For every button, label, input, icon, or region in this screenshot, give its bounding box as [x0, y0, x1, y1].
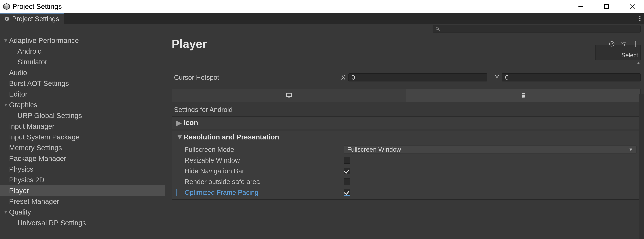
fullscreen-mode-label: Fullscreen Mode	[176, 146, 344, 153]
chevron-down-icon: ▼	[628, 147, 633, 152]
sidebar-item-graphics[interactable]: ▼Graphics	[0, 100, 165, 110]
tab-options-button[interactable]	[636, 13, 644, 24]
icon-panel: ▶ Icon	[172, 116, 641, 129]
platform-tab-android[interactable]	[406, 89, 640, 102]
content-area: Player ?	[165, 34, 644, 239]
sidebar-item-preset-manager[interactable]: Preset Manager	[0, 196, 165, 207]
cursor-hotspot-row: Cursor Hotspot X Y	[172, 72, 641, 82]
cursor-hotspot-y-input[interactable]	[502, 73, 641, 81]
sidebar-item-urp-global-settings[interactable]: URP Global Settings	[0, 110, 165, 121]
search-box[interactable]	[432, 25, 641, 32]
y-axis-label: Y	[495, 74, 499, 81]
icon-panel-title: Icon	[184, 119, 198, 127]
optimized-frame-pacing-label: Optimized Frame Pacing	[176, 189, 344, 196]
sidebar-item-android[interactable]: Android	[0, 46, 165, 57]
sidebar-item-label: Simulator	[18, 58, 47, 66]
sidebar-item-label: Android	[18, 47, 42, 55]
x-axis-label: X	[341, 74, 346, 81]
kebab-icon	[639, 16, 640, 21]
unity-icon	[3, 3, 10, 10]
svg-rect-5	[604, 4, 608, 8]
hide-nav-bar-checkbox[interactable]	[344, 168, 350, 174]
sidebar-item-label: Burst AOT Settings	[9, 79, 69, 87]
svg-point-15	[624, 45, 625, 46]
sidebar-item-label: Quality	[9, 208, 31, 216]
sidebar-item-label: Package Manager	[9, 155, 66, 163]
svg-point-8	[436, 27, 438, 29]
monitor-icon	[286, 92, 292, 99]
search-input[interactable]	[442, 25, 638, 32]
resizable-window-label: Resizable Window	[176, 157, 344, 164]
maximize-button[interactable]	[603, 3, 610, 10]
svg-marker-16	[637, 62, 640, 64]
sidebar-item-label: Physics 2D	[9, 176, 44, 184]
tab-project-settings[interactable]: Project Settings	[0, 13, 64, 24]
platform-tab-standalone[interactable]	[172, 89, 406, 102]
sidebar-item-label: Preset Manager	[9, 198, 59, 206]
sidebar-item-memory-settings[interactable]: Memory Settings	[0, 142, 165, 153]
sidebar-item-label: Physics	[9, 165, 34, 173]
sidebar-item-physics-2d[interactable]: Physics 2D	[0, 175, 165, 185]
sidebar-item-input-system-package[interactable]: Input System Package	[0, 132, 165, 142]
sidebar-item-label: Memory Settings	[9, 144, 62, 152]
svg-point-14	[622, 42, 623, 43]
sidebar-item-package-manager[interactable]: Package Manager	[0, 153, 165, 164]
sidebar-item-audio[interactable]: Audio	[0, 67, 165, 78]
sidebar-item-universal-rp-settings[interactable]: Universal RP Settings	[0, 218, 165, 228]
sidebar-item-label: Input Manager	[9, 122, 54, 130]
titlebar: Project Settings	[0, 0, 644, 13]
chevron-down-icon: ▼	[176, 133, 181, 141]
optimized-frame-pacing-row: Optimized Frame Pacing	[176, 187, 636, 198]
sidebar-item-adaptive-performance[interactable]: ▼Adaptive Performance	[0, 35, 165, 46]
content-scrollbar[interactable]	[639, 94, 644, 239]
render-outside-safe-row: Render outside safe area	[176, 176, 636, 187]
caret-up-icon	[636, 61, 641, 65]
cursor-hotspot-label: Cursor Hotspot	[172, 74, 341, 81]
hide-nav-bar-label: Hide Navigation Bar	[176, 167, 344, 175]
svg-text:?: ?	[611, 42, 613, 46]
hide-nav-bar-row: Hide Navigation Bar	[176, 166, 636, 176]
render-outside-safe-checkbox[interactable]	[344, 178, 350, 185]
resizable-window-row: Resizable Window	[176, 155, 636, 166]
chevron-down-icon: ▼	[2, 102, 9, 108]
svg-line-9	[438, 29, 440, 30]
help-button[interactable]: ?	[609, 41, 615, 47]
preset-slider-button[interactable]	[620, 41, 626, 47]
close-button[interactable]	[628, 3, 636, 10]
tab-label: Project Settings	[12, 15, 59, 23]
cursor-hotspot-x-input[interactable]	[348, 73, 487, 81]
sidebar-item-label: Universal RP Settings	[18, 219, 86, 227]
sidebar-item-editor[interactable]: Editor	[0, 89, 165, 100]
resizable-window-checkbox[interactable]	[344, 157, 350, 164]
sidebar-item-input-manager[interactable]: Input Manager	[0, 121, 165, 132]
optimized-frame-pacing-checkbox[interactable]	[344, 189, 350, 196]
search-icon	[436, 26, 440, 31]
sidebar-item-burst-aot-settings[interactable]: Burst AOT Settings	[0, 78, 165, 89]
window-title: Project Settings	[12, 2, 62, 10]
sidebar-item-player[interactable]: Player	[0, 185, 165, 196]
sidebar-item-label: Adaptive Performance	[9, 36, 79, 45]
icon-panel-header[interactable]: ▶ Icon	[172, 117, 640, 129]
settings-sidebar: ▼Adaptive PerformanceAndroidSimulatorAud…	[0, 34, 165, 239]
android-icon	[520, 92, 527, 99]
fullscreen-mode-row: Fullscreen Mode Fullscreen Window ▼	[176, 144, 636, 155]
sidebar-item-simulator[interactable]: Simulator	[0, 57, 165, 67]
tab-strip: Project Settings	[0, 13, 644, 24]
sidebar-item-label: Player	[9, 187, 29, 195]
chevron-down-icon: ▼	[2, 210, 9, 215]
sidebar-item-label: Editor	[9, 90, 28, 98]
fullscreen-mode-dropdown[interactable]: Fullscreen Window ▼	[344, 145, 636, 154]
search-row	[0, 24, 644, 34]
chevron-down-icon: ▼	[2, 38, 9, 43]
platform-tabs	[172, 89, 641, 102]
resolution-panel-title: Resolution and Presentation	[184, 133, 279, 141]
resolution-panel: ▼ Resolution and Presentation Fullscreen…	[172, 131, 641, 200]
resolution-panel-header[interactable]: ▼ Resolution and Presentation	[172, 131, 640, 143]
sidebar-item-quality[interactable]: ▼Quality	[0, 207, 165, 218]
svg-rect-17	[286, 93, 292, 97]
gear-icon	[4, 16, 10, 22]
minimize-button[interactable]	[577, 3, 584, 10]
sidebar-item-physics[interactable]: Physics	[0, 164, 165, 175]
panel-options-button[interactable]	[632, 41, 638, 47]
kebab-icon	[635, 41, 636, 47]
